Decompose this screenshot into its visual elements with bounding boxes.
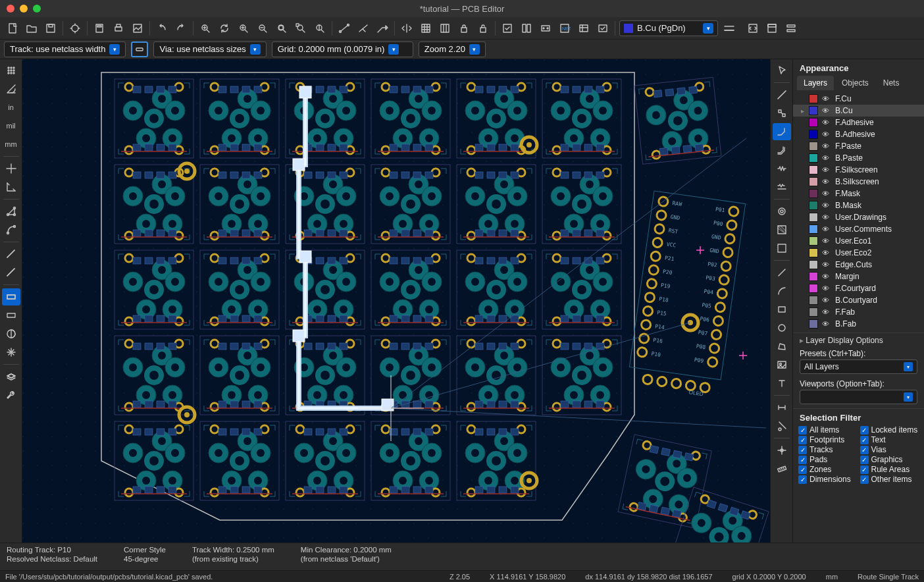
eye-icon[interactable]: 👁 xyxy=(822,201,831,209)
tab-layers[interactable]: Layers xyxy=(797,76,834,90)
draw-line-icon[interactable] xyxy=(773,264,791,281)
layer-row-user-drawings[interactable]: 👁 User.Drawings xyxy=(793,211,924,223)
appearance-toggle-button[interactable] xyxy=(783,20,800,37)
ratsnest-icon[interactable] xyxy=(2,203,20,220)
footprint-wizard-button[interactable] xyxy=(537,20,554,37)
layer-color-swatch[interactable] xyxy=(809,284,818,293)
zoom-redraw-button[interactable] xyxy=(311,20,328,37)
layer-color-swatch[interactable] xyxy=(809,307,818,317)
layers-3d-icon[interactable] xyxy=(2,368,20,385)
layer-row-f-fab[interactable]: 👁 F.Fab xyxy=(793,306,924,318)
unlock-button[interactable] xyxy=(475,20,492,37)
draw-arc-icon[interactable] xyxy=(773,282,791,300)
zoom-selection-button[interactable] xyxy=(292,20,309,37)
fullscreen-window-button[interactable] xyxy=(33,5,41,13)
layer-row-user-comments[interactable]: 👁 User.Comments xyxy=(793,223,924,235)
layer-row-f-cu[interactable]: 👁 F.Cu xyxy=(793,93,924,105)
layer-row-user-eco2[interactable]: 👁 User.Eco2 xyxy=(793,247,924,259)
measure-icon[interactable] xyxy=(773,460,791,477)
eye-icon[interactable]: 👁 xyxy=(822,296,831,304)
filter-vias[interactable]: ✓Vias xyxy=(860,445,919,454)
net-inspect-button[interactable] xyxy=(374,20,391,37)
eye-icon[interactable]: 👁 xyxy=(822,154,831,162)
layer-color-swatch[interactable] xyxy=(809,177,818,186)
track-width-selector[interactable]: Track: use netclass width ▾ xyxy=(4,41,126,57)
flip-board-button[interactable] xyxy=(398,20,415,37)
place-text-icon[interactable] xyxy=(773,375,791,392)
layer-color-swatch[interactable] xyxy=(809,165,818,174)
page-settings-button[interactable] xyxy=(91,20,108,37)
ratsnest-curved-icon[interactable] xyxy=(2,221,20,238)
filter-footprints[interactable]: ✓Footprints xyxy=(798,435,858,444)
filter-locked-items[interactable]: ✓Locked items xyxy=(860,425,919,435)
layer-color-swatch[interactable] xyxy=(809,142,818,151)
undo-button[interactable] xyxy=(153,20,170,37)
show-grid-button[interactable] xyxy=(417,20,434,37)
route-diff-icon[interactable] xyxy=(773,142,791,159)
place-image-icon[interactable] xyxy=(773,356,791,373)
grid-selector[interactable]: Grid: 0.2000 mm (0.0079 in) ▾ xyxy=(272,41,413,57)
layer-row-f-adhesive[interactable]: 👁 F.Adhesive xyxy=(793,117,924,128)
grid-dots-icon[interactable] xyxy=(2,62,20,79)
tab-objects[interactable]: Objects xyxy=(835,76,875,90)
pad-outline-icon[interactable] xyxy=(2,264,20,281)
layer-color-swatch[interactable] xyxy=(809,248,818,257)
print-button[interactable] xyxy=(110,20,127,37)
layer-row-b-courtyard[interactable]: 👁 B.Courtyard xyxy=(793,294,924,306)
layer-color-swatch[interactable] xyxy=(809,106,818,115)
eye-icon[interactable]: 👁 xyxy=(822,178,831,186)
track-outline-icon[interactable] xyxy=(2,307,20,324)
redo-button[interactable] xyxy=(172,20,190,37)
delete-icon[interactable] xyxy=(773,417,791,435)
outline-zones-icon[interactable] xyxy=(2,246,20,263)
origin-icon[interactable] xyxy=(773,442,791,459)
eye-icon[interactable]: 👁 xyxy=(822,107,831,115)
filter-pads[interactable]: ✓Pads xyxy=(798,455,858,464)
polar-icon[interactable] xyxy=(2,80,20,97)
board-setup-button[interactable] xyxy=(66,20,84,37)
layer-row-b-adhesive[interactable]: 👁 B.Adhesive xyxy=(793,128,924,140)
eye-icon[interactable]: 👁 xyxy=(822,237,831,245)
layer-color-swatch[interactable] xyxy=(809,225,818,234)
layer-color-swatch[interactable] xyxy=(809,153,818,163)
rats-toggle-button[interactable] xyxy=(336,20,353,37)
place-via-icon[interactable] xyxy=(773,203,791,220)
eye-icon[interactable]: 👁 xyxy=(822,284,831,292)
select-icon[interactable] xyxy=(773,62,791,79)
layer-row-f-silkscreen[interactable]: 👁 F.Silkscreen xyxy=(793,164,924,176)
track-width-auto-button[interactable] xyxy=(131,41,148,57)
plot-button[interactable] xyxy=(129,20,146,37)
layer-color-swatch[interactable] xyxy=(809,189,818,198)
layer-row-f-mask[interactable]: 👁 F.Mask xyxy=(793,188,924,199)
highlight-net-icon[interactable] xyxy=(773,86,791,103)
eye-icon[interactable]: 👁 xyxy=(822,142,831,150)
layer-row-margin[interactable]: 👁 Margin xyxy=(793,271,924,282)
layer-row-f-courtyard[interactable]: 👁 F.Courtyard xyxy=(793,282,924,294)
eye-icon[interactable]: 👁 xyxy=(822,249,831,257)
eye-icon[interactable]: 👁 xyxy=(822,130,831,138)
find-button[interactable] xyxy=(197,20,214,37)
wrench-icon[interactable] xyxy=(2,386,20,404)
net-color-icon[interactable] xyxy=(2,344,20,361)
layer-row-edge-cuts[interactable]: 👁 Edge.Cuts xyxy=(793,259,924,271)
units-in[interactable]: in xyxy=(2,99,20,116)
tune-length-icon[interactable] xyxy=(773,160,791,177)
zoom-in-button[interactable] xyxy=(235,20,252,37)
cursor-full-icon[interactable] xyxy=(2,160,20,177)
grid-toggle-button[interactable] xyxy=(436,20,453,37)
lock-button[interactable] xyxy=(455,20,473,37)
layer-display-options-header[interactable]: Layer Display Options xyxy=(793,332,924,348)
route-track-icon[interactable] xyxy=(773,123,791,140)
eye-icon[interactable]: 👁 xyxy=(822,308,831,316)
presets-selector[interactable]: All Layers ▾ xyxy=(800,359,917,374)
filter-rule-areas[interactable]: ✓Rule Areas xyxy=(860,465,919,474)
via-outline-icon[interactable] xyxy=(2,288,20,305)
new-file-button[interactable] xyxy=(4,20,21,37)
layer-color-swatch[interactable] xyxy=(809,236,818,246)
local-ratsnest-icon[interactable] xyxy=(773,105,791,122)
filter-all-items[interactable]: ✓All items xyxy=(798,425,858,435)
layer-row-b-cu[interactable]: ▸ 👁 B.Cu xyxy=(793,105,924,117)
footprint-editor-button[interactable]: NET xyxy=(556,20,573,37)
open-file-button[interactable] xyxy=(23,20,40,37)
filter-zones[interactable]: ✓Zones xyxy=(798,465,858,474)
